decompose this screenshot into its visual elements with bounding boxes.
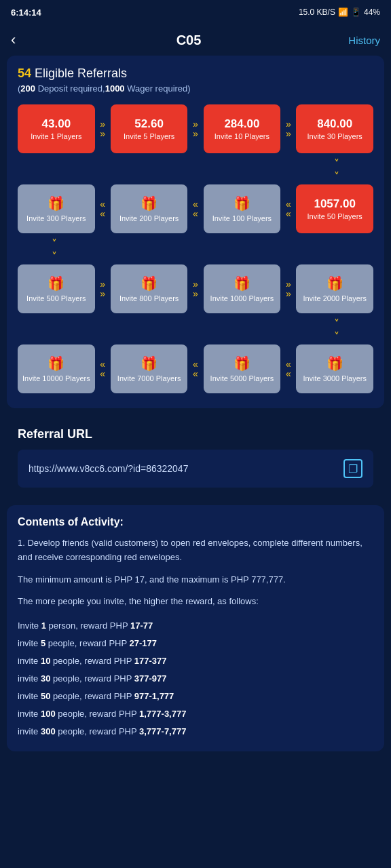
reward-item-7: invite 300 people, reward PHP 3,777-7,77… <box>18 723 373 741</box>
card-label-100: Invite 100 Players <box>212 214 272 222</box>
status-bar: 6:14:14 15.0 KB/S 📶 📱 44% <box>0 0 391 24</box>
invite-card-4[interactable]: 840.00 Invite 30 Players <box>296 104 373 153</box>
arrow-3-4: »» <box>280 119 296 138</box>
card-label-2000: Invite 2000 Players <box>303 294 367 302</box>
envelope-icon-200: 🎁 <box>141 195 157 212</box>
reward-item-2: invite 5 people, reward PHP 27-177 <box>18 635 373 652</box>
invite-card-3[interactable]: 284.00 Invite 10 Players <box>204 104 281 153</box>
card-label-800: Invite 800 Players <box>119 294 179 302</box>
activity-title: Contents of Activity: <box>18 516 373 528</box>
invite-card-50[interactable]: 1057.00 Invite 50 Players <box>296 184 373 233</box>
card-label-3000: Invite 3000 Players <box>303 374 367 382</box>
card-label-4: Invite 30 Players <box>308 132 362 140</box>
envelope-icon-300: 🎁 <box>48 195 64 212</box>
arrow-7000-5000: «« <box>187 359 203 378</box>
invite-card-300[interactable]: 🎁 Invite 300 Players <box>18 184 95 233</box>
reward-item-1: Invite 1 person, reward PHP 17-77 <box>18 617 373 635</box>
copy-icon-symbol: ❐ <box>348 462 358 475</box>
reward-item-4: invite 30 people, reward PHP 377-977 <box>18 670 373 688</box>
card-label-5000: Invite 5000 Players <box>210 374 274 382</box>
card-label-3: Invite 10 Players <box>215 132 269 140</box>
card-label-2: Invite 5 Players <box>124 132 174 140</box>
invite-card-500[interactable]: 🎁 Invite 500 Players <box>18 264 95 313</box>
card-label-50: Invite 50 Players <box>308 212 362 220</box>
invite-row-3: 🎁 Invite 500 Players »» 🎁 Invite 800 Pla… <box>18 264 373 313</box>
card-label-200: Invite 200 Players <box>119 214 179 222</box>
reward-list: Invite 1 person, reward PHP 17-77 invite… <box>18 617 373 741</box>
invite-row-1: 43.00 Invite 1 Players »» 52.60 Invite 5… <box>18 104 373 153</box>
invite-card-200[interactable]: 🎁 Invite 200 Players <box>111 184 188 233</box>
referral-url-text: https://www.v8cc6.com/?id=86322047 <box>29 463 188 474</box>
header: ‹ C05 History <box>0 24 391 56</box>
invite-card-800[interactable]: 🎁 Invite 800 Players <box>111 264 188 313</box>
envelope-icon-2000: 🎁 <box>327 275 343 292</box>
invite-card-100[interactable]: 🎁 Invite 100 Players <box>204 184 281 233</box>
page-title: C05 <box>38 33 339 48</box>
down-arrow-right-2: ˅˅ <box>18 317 373 343</box>
eligible-subtitle: (200 Deposit required,1000 Wager require… <box>18 83 373 94</box>
arrow-5000-3000: «« <box>280 359 296 378</box>
card-amount-3: 284.00 <box>224 117 259 131</box>
reward-item-5: invite 50 people, reward PHP 977-1,777 <box>18 688 373 705</box>
wifi-icon: 📶 <box>338 7 348 17</box>
reward-item-3: invite 10 people, reward PHP 177-377 <box>18 652 373 670</box>
arrow-1000-2000: »» <box>280 279 296 298</box>
envelope-icon-3000: 🎁 <box>327 355 343 372</box>
arrow-500-800: »» <box>95 279 111 298</box>
referral-section: Referral URL https://www.v8cc6.com/?id=8… <box>7 416 384 498</box>
envelope-icon-7000: 🎁 <box>141 355 157 372</box>
battery-level: 44% <box>364 7 380 17</box>
signal-icon: 📱 <box>351 7 361 17</box>
eligible-count: 54 <box>18 66 31 80</box>
invite-card-2000[interactable]: 🎁 Invite 2000 Players <box>296 264 373 313</box>
back-button[interactable]: ‹ <box>11 31 38 49</box>
copy-button[interactable]: ❐ <box>343 459 362 478</box>
status-right-icons: 15.0 KB/S 📶 📱 44% <box>299 7 380 17</box>
invite-card-1[interactable]: 43.00 Invite 1 Players <box>18 104 95 153</box>
envelope-icon-800: 🎁 <box>141 275 157 292</box>
network-speed: 15.0 KB/S <box>299 7 335 17</box>
reward-item-6: invite 100 people, reward PHP 1,777-3,77… <box>18 705 373 723</box>
invite-card-10000[interactable]: 🎁 Invite 10000 Players <box>18 344 95 393</box>
card-label-1000: Invite 1000 Players <box>210 294 274 302</box>
activity-section: Contents of Activity: 1. Develop friends… <box>7 505 384 751</box>
activity-paragraph-3: The more people you invite, the higher t… <box>18 595 373 609</box>
invite-row-4: 🎁 Invite 10000 Players «« 🎁 Invite 7000 … <box>18 344 373 393</box>
card-label-7000: Invite 7000 Players <box>117 374 181 382</box>
down-arrow-left-1: ˅˅ <box>18 237 373 263</box>
down-arrow-right-1: ˅˅ <box>18 157 373 183</box>
envelope-icon-500: 🎁 <box>48 275 64 292</box>
arrow-10000-7000: «« <box>95 359 111 378</box>
arrow-200-100: «« <box>187 199 203 218</box>
envelope-icon-10000: 🎁 <box>48 355 64 372</box>
card-label-10000: Invite 10000 Players <box>22 374 90 382</box>
arrow-300-200: «« <box>95 199 111 218</box>
status-time: 6:14:14 <box>11 7 41 18</box>
envelope-icon-5000: 🎁 <box>234 355 250 372</box>
card-amount-1: 43.00 <box>42 117 71 131</box>
invite-card-7000[interactable]: 🎁 Invite 7000 Players <box>111 344 188 393</box>
referral-url-box: https://www.v8cc6.com/?id=86322047 ❐ <box>18 450 373 488</box>
main-card: 54 Eligible Referrals (200 Deposit requi… <box>7 56 384 408</box>
card-amount-2: 52.60 <box>134 117 164 131</box>
invite-card-3000[interactable]: 🎁 Invite 3000 Players <box>296 344 373 393</box>
arrow-2-3: »» <box>187 119 203 138</box>
activity-paragraph-2: The minimum amount is PHP 17, and the ma… <box>18 573 373 587</box>
activity-paragraph-1: 1. Develop friends (valid customers) to … <box>18 536 373 565</box>
invite-row-2: 🎁 Invite 300 Players «« 🎁 Invite 200 Pla… <box>18 184 373 233</box>
referral-title: Referral URL <box>18 427 373 441</box>
invite-card-2[interactable]: 52.60 Invite 5 Players <box>111 104 188 153</box>
card-label-300: Invite 300 Players <box>26 214 86 222</box>
card-label-1: Invite 1 Players <box>31 132 81 140</box>
card-label-500: Invite 500 Players <box>26 294 86 302</box>
eligible-title: 54 Eligible Referrals <box>18 66 373 81</box>
card-amount-50: 1057.00 <box>314 197 355 211</box>
envelope-icon-1000: 🎁 <box>234 275 250 292</box>
envelope-icon-100: 🎁 <box>234 195 250 212</box>
invite-card-5000[interactable]: 🎁 Invite 5000 Players <box>204 344 281 393</box>
card-amount-4: 840.00 <box>317 117 352 131</box>
history-button[interactable]: History <box>339 35 380 46</box>
arrow-800-1000: »» <box>187 279 203 298</box>
arrow-1-2: »» <box>95 119 111 138</box>
invite-card-1000[interactable]: 🎁 Invite 1000 Players <box>204 264 281 313</box>
